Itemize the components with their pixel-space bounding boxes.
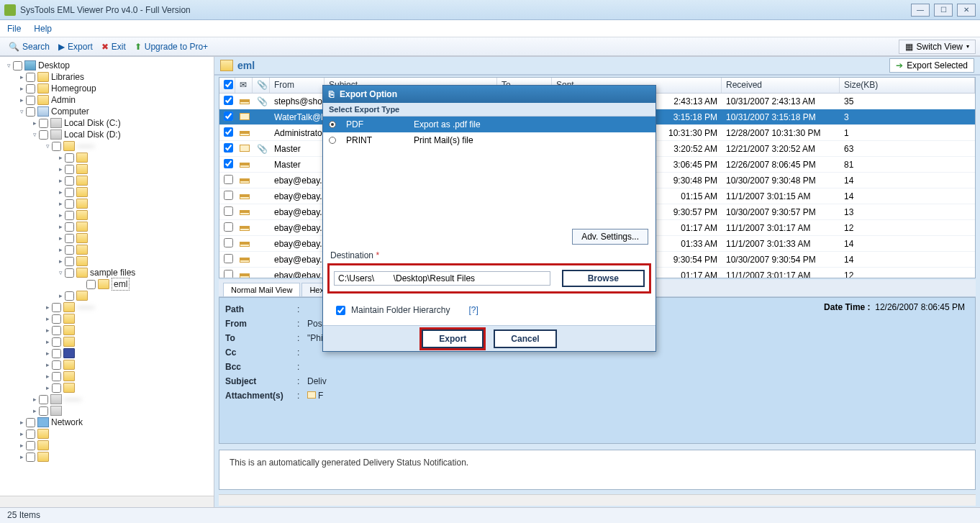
tree-checkbox[interactable] [26, 73, 35, 82]
tree-checkbox[interactable] [65, 257, 74, 266]
status-bar: 25 Items [0, 507, 980, 523]
row-checkbox[interactable] [224, 238, 233, 247]
tree-checkbox[interactable] [52, 383, 61, 393]
row-checkbox[interactable] [224, 96, 233, 105]
tree-checkbox[interactable] [52, 372, 61, 381]
col-from[interactable]: From [270, 78, 325, 93]
adv-settings-button[interactable]: Adv. Settings... [572, 229, 648, 245]
tree-checkbox[interactable] [52, 326, 61, 335]
minimize-button[interactable]: — [911, 4, 930, 17]
export-button[interactable]: ▶Export [54, 39, 97, 55]
tree-libraries[interactable]: Libraries [51, 71, 84, 83]
tree-checkbox[interactable] [65, 165, 74, 174]
tree-checkbox[interactable] [26, 429, 35, 439]
tree-checkbox[interactable] [26, 84, 35, 94]
tree-checkbox[interactable] [65, 199, 74, 209]
tree-checkbox[interactable] [65, 153, 74, 163]
tab-normal-view[interactable]: Normal Mail View [223, 283, 300, 296]
tree-desktop[interactable]: Desktop [38, 60, 70, 71]
tree-checkbox[interactable] [26, 452, 35, 462]
cell-received: 10/30/2007 9:30:54 PM [722, 253, 840, 266]
tree-computer[interactable]: Computer [51, 106, 89, 117]
cell-size: 81 [840, 158, 975, 171]
search-button[interactable]: 🔍Search [4, 39, 54, 55]
row-checkbox[interactable] [224, 159, 233, 168]
tree-checkbox[interactable] [65, 291, 74, 301]
tree-checkbox[interactable] [39, 119, 48, 128]
row-checkbox[interactable] [224, 175, 233, 184]
tree-eml[interactable]: eml [112, 278, 130, 291]
tree-checkbox[interactable] [65, 234, 74, 243]
row-checkbox[interactable] [224, 127, 233, 137]
cancel-button[interactable]: Cancel [494, 329, 556, 348]
export-confirm-button[interactable]: Export [422, 329, 484, 348]
folder-icon [63, 314, 75, 324]
tree-checkbox[interactable] [65, 268, 74, 278]
tree-checkbox[interactable] [86, 280, 96, 289]
tree-item[interactable]: —— [64, 394, 81, 405]
close-button[interactable]: ✕ [957, 4, 976, 17]
export-selected-button[interactable]: ➔ Export Selected [889, 58, 974, 73]
maximize-button[interactable]: ☐ [934, 4, 953, 17]
menu-file[interactable]: File [7, 24, 21, 34]
row-checkbox[interactable] [224, 112, 233, 121]
tree-checkbox[interactable] [65, 176, 74, 186]
folder-tree-sidebar: ▿Desktop ▸Libraries ▸Homegroup ▸Admin ▿C… [0, 57, 214, 507]
status-item-count: 25 Items [7, 510, 40, 520]
folder-icon [220, 60, 233, 71]
select-all-checkbox[interactable] [224, 80, 233, 89]
tree-checkbox[interactable] [65, 188, 74, 197]
tree-checkbox[interactable] [52, 142, 61, 151]
tree-checkbox[interactable] [52, 337, 61, 347]
tree-item[interactable]: —— [77, 301, 94, 313]
tree-checkbox[interactable] [26, 96, 35, 105]
tree-homegroup[interactable]: Homegroup [51, 83, 96, 94]
col-attachment-icon[interactable]: 📎 [253, 78, 270, 93]
tree-checkbox[interactable] [52, 360, 61, 370]
tree-checkbox[interactable] [65, 211, 74, 220]
col-size[interactable]: Size(KB) [840, 78, 975, 93]
export-type-print[interactable]: PRINT Print Mail(s) file [323, 132, 655, 148]
switch-view-button[interactable]: ▦ Switch View ▾ [899, 40, 976, 54]
browse-button[interactable]: Browse [562, 270, 645, 287]
tree-local-c[interactable]: Local Disk (C:) [64, 117, 121, 129]
tree-checkbox[interactable] [52, 314, 61, 324]
col-envelope-icon[interactable]: ✉ [235, 78, 253, 93]
row-checkbox[interactable] [224, 143, 233, 153]
detail-bcc-label: Bcc [225, 362, 297, 372]
upgrade-button[interactable]: ⬆Upgrade to Pro+ [130, 39, 212, 55]
tree-checkbox[interactable] [26, 441, 35, 450]
tree-item[interactable]: —— [77, 140, 94, 152]
maintain-hierarchy-checkbox[interactable] [336, 306, 345, 315]
cell-received: 12/28/2007 10:31:30 PM [722, 127, 840, 140]
tree-checkbox[interactable] [39, 406, 48, 416]
tree-network[interactable]: Network [51, 417, 83, 428]
tree-checkbox[interactable] [26, 107, 35, 117]
desktop-icon [24, 60, 36, 71]
tree-checkbox[interactable] [52, 349, 61, 358]
row-checkbox[interactable] [224, 254, 233, 263]
tree-admin[interactable]: Admin [51, 94, 76, 106]
exit-button[interactable]: ✖Exit [97, 39, 130, 55]
row-checkbox[interactable] [224, 191, 233, 200]
menu-help[interactable]: Help [34, 24, 52, 34]
sidebar-scrollbar[interactable] [0, 496, 214, 507]
destination-input[interactable] [334, 271, 550, 286]
content-scrollbar[interactable] [219, 494, 976, 506]
tree-checkbox[interactable] [13, 61, 22, 71]
tree-sample-files[interactable]: sample files [90, 267, 135, 278]
tree-checkbox[interactable] [65, 245, 74, 255]
tree-checkbox[interactable] [39, 395, 48, 404]
tree-checkbox[interactable] [26, 418, 35, 427]
cell-from: ebay@ebay.cor [270, 237, 325, 250]
export-type-pdf[interactable]: PDF Export as .pdf file [323, 117, 655, 132]
row-checkbox[interactable] [224, 222, 233, 232]
row-checkbox[interactable] [224, 206, 233, 216]
tree-checkbox[interactable] [65, 222, 74, 232]
help-link[interactable]: [?] [468, 305, 478, 315]
row-checkbox[interactable] [224, 270, 233, 279]
tree-local-d[interactable]: Local Disk (D:) [64, 129, 121, 140]
tree-checkbox[interactable] [39, 130, 48, 140]
col-received[interactable]: Received [722, 78, 840, 93]
tree-checkbox[interactable] [52, 303, 61, 312]
